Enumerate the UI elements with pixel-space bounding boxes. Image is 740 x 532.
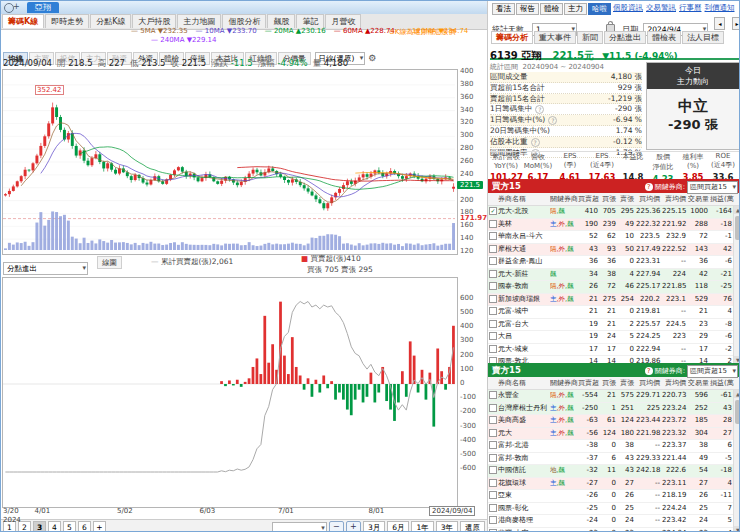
date-prev-button[interactable]: ◂ xyxy=(714,17,725,30)
table-row[interactable]: 台灣摩根士丹利主,外,飆-2501251225223.2425243 xyxy=(488,403,740,416)
nav-tab-8[interactable]: 月營收 xyxy=(325,14,361,28)
top-button-3[interactable]: 主力 xyxy=(564,3,587,15)
range-button-4[interactable]: 還原 xyxy=(460,521,485,532)
table-row[interactable]: 國票-彰化-25025--224.24257 xyxy=(488,503,740,516)
nav-tab-6[interactable]: 飆股 xyxy=(267,14,295,28)
top-link-0[interactable]: 個股資訊 xyxy=(613,3,643,13)
table-row[interactable]: 兆豐-大安-23023--224.04234 xyxy=(488,528,740,532)
row-checkbox[interactable] xyxy=(488,490,498,502)
top-button-0[interactable]: 看法 xyxy=(492,3,515,15)
row-checkbox[interactable] xyxy=(488,453,498,465)
row-checkbox[interactable] xyxy=(488,244,498,256)
table-row[interactable]: 元富-台大19212225.57224.523-8 xyxy=(488,319,740,332)
right-tab-5[interactable]: 法人目標 xyxy=(682,31,724,44)
scrollbar[interactable]: ▲▼ xyxy=(733,206,740,364)
zoom-out-icon[interactable]: − xyxy=(329,521,344,532)
scroll-thumb[interactable] xyxy=(735,400,740,424)
table-row[interactable]: 新加坡商瑞銀主,外,飆21275254220.2223.152976 xyxy=(488,294,740,307)
range-button-3[interactable]: 3年 xyxy=(436,521,458,532)
table-row[interactable]: 元大-城東17170222.94--17-2 xyxy=(488,344,740,357)
help-icon[interactable]: ? xyxy=(645,367,653,375)
table-row[interactable]: 亞東-26026--218.1926-11 xyxy=(488,490,740,503)
scroll-thumb[interactable] xyxy=(735,216,740,240)
filter-select[interactable]: 區間賣超15 xyxy=(687,365,738,378)
nav-tab-2[interactable]: 分點K線 xyxy=(90,14,131,28)
row-checkbox[interactable] xyxy=(488,403,498,415)
table-row[interactable]: 元富-城中21210219.81--214 xyxy=(488,306,740,319)
scroll-down-icon[interactable]: ▼ xyxy=(734,526,740,532)
range-button-1[interactable]: 6月 xyxy=(387,521,409,532)
top-link-1[interactable]: 交易警訊 xyxy=(646,3,676,13)
page-button-5[interactable]: 5 xyxy=(63,521,76,532)
row-checkbox[interactable] xyxy=(488,331,498,343)
page-button-+[interactable]: + xyxy=(93,521,106,532)
row-checkbox[interactable] xyxy=(488,428,498,440)
table-row[interactable]: 群益金鼎-鳳山36360223.31--36-6 xyxy=(488,256,740,269)
row-checkbox[interactable] xyxy=(488,390,498,402)
table-row[interactable]: 港商麥格理-24024--223.42245 xyxy=(488,515,740,528)
scroll-up-icon[interactable]: ▲ xyxy=(734,390,740,398)
nav-tab-0[interactable]: 籌碼K線 xyxy=(2,14,44,28)
top-link-3[interactable]: 到價通知 xyxy=(705,3,735,13)
table-row[interactable]: 永豐金隔,外,飆-55421575229.71220.73596-61 xyxy=(488,390,740,403)
zoom-in-icon[interactable]: + xyxy=(346,521,361,532)
filter-select[interactable]: 區間買超15 xyxy=(687,181,738,194)
table-row[interactable]: 國泰-敦南隔,外,飆267246225.17221.85118-25 xyxy=(488,281,740,294)
range-input[interactable] xyxy=(272,522,327,532)
row-checkbox[interactable] xyxy=(488,219,498,231)
row-checkbox[interactable] xyxy=(488,440,498,452)
help-icon[interactable]: ? xyxy=(645,183,653,191)
restore-price-link[interactable]: ⊙K線為還原權息股價 xyxy=(389,27,455,37)
page-button-4[interactable]: 4 xyxy=(48,521,61,532)
right-tab-4[interactable]: 體檢表 xyxy=(647,31,681,44)
nav-tab-3[interactable]: 大戶持股 xyxy=(132,14,176,28)
add-tab-button[interactable]: + xyxy=(13,2,20,11)
row-checkbox[interactable] xyxy=(488,269,498,281)
scrollbar[interactable]: ▲▼ xyxy=(733,390,740,532)
range-button-2[interactable]: 1年 xyxy=(411,521,433,532)
right-tab-3[interactable]: 分點進出 xyxy=(604,31,646,44)
table-row[interactable]: ✓元大-北投隔,飆410705295225.36225.151000-164 xyxy=(488,206,740,219)
nav-tab-1[interactable]: 即時走勢 xyxy=(45,14,89,28)
row-checkbox[interactable] xyxy=(488,503,498,515)
range-button-0[interactable]: 3月 xyxy=(363,521,385,532)
gear-icon[interactable]: ⚙ xyxy=(368,53,376,63)
flow-linechart-button[interactable]: 線圖 xyxy=(97,256,122,269)
top-link-2[interactable]: 行事曆 xyxy=(679,3,702,13)
help-icon[interactable]: ? xyxy=(548,116,557,125)
row-checkbox[interactable] xyxy=(488,415,498,427)
table-row[interactable]: 摩根大通隔,外,飆439350217.49222.5214342 xyxy=(488,244,740,257)
scroll-up-icon[interactable]: ▲ xyxy=(734,206,740,214)
top-button-2[interactable]: 體檢 xyxy=(540,3,563,15)
date-next-button[interactable]: ▸ xyxy=(732,17,740,30)
table-row[interactable]: 富邦-敦南-37643229.33221.4449-5 xyxy=(488,453,740,466)
right-tab-0[interactable]: 籌碼分析 xyxy=(491,31,533,44)
table-row[interactable]: 富邦-北港-38038--223.37386 xyxy=(488,440,740,453)
page-button-6[interactable]: 6 xyxy=(78,521,91,532)
table-row[interactable]: 大昌19245224.2522329-6 xyxy=(488,331,740,344)
row-checkbox[interactable] xyxy=(488,528,498,532)
right-tab-1[interactable]: 重大事件 xyxy=(534,31,576,44)
row-checkbox[interactable] xyxy=(488,306,498,318)
help-icon[interactable]: ? xyxy=(535,105,544,114)
table-row[interactable]: 元大-新莊飆34384227.9422442-21 xyxy=(488,269,740,282)
top-button-1[interactable]: 報告 xyxy=(516,3,539,15)
table-row[interactable]: 花旗環球主,飆-27027--223.11274 xyxy=(488,478,740,491)
row-checkbox[interactable] xyxy=(488,281,498,293)
nav-tab-5[interactable]: 個股分析 xyxy=(222,14,266,28)
top-button-4[interactable]: 哈啦 xyxy=(588,3,611,15)
stock-tab[interactable]: 亞翔 xyxy=(27,2,59,13)
row-checkbox[interactable] xyxy=(488,515,498,527)
nav-tab-4[interactable]: 主力地圖 xyxy=(177,14,221,28)
candlestick-pane[interactable] xyxy=(2,69,458,255)
broker-flow-pane[interactable] xyxy=(2,277,458,508)
row-checkbox[interactable] xyxy=(488,319,498,331)
row-checkbox[interactable] xyxy=(488,231,498,243)
row-checkbox[interactable] xyxy=(488,344,498,356)
help-icon[interactable]: ? xyxy=(531,138,540,147)
page-button-3[interactable]: 3 xyxy=(33,521,46,532)
table-row[interactable]: 美商高盛主,外,飆-6361124223.44223.7218528 xyxy=(488,415,740,428)
row-checkbox[interactable]: ✓ xyxy=(488,206,498,218)
table-row[interactable]: 元大主,外,飆-56124180221.98223.3230427 xyxy=(488,428,740,441)
table-row[interactable]: 中國信託地,飆-321143242.18222.654-18 xyxy=(488,465,740,478)
